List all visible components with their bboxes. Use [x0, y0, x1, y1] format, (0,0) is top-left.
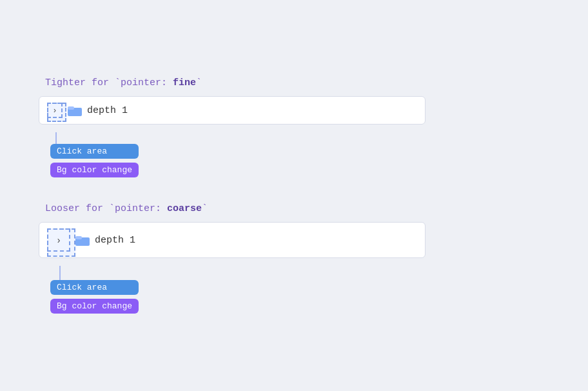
- click-area-badge-loose: Click area: [50, 280, 139, 295]
- svg-rect-3: [75, 236, 82, 239]
- tree-row-loose: › depth 1: [39, 222, 426, 258]
- depth-label-loose: depth 1: [95, 235, 135, 246]
- svg-rect-1: [68, 106, 74, 110]
- section-title-tight: Tighter for `pointer: fine`: [45, 77, 549, 88]
- chevron-icon-loose: ›: [57, 235, 61, 245]
- toggle-button-tight[interactable]: ›: [47, 103, 63, 118]
- depth-label-tight: depth 1: [87, 105, 128, 116]
- section-title-loose: Looser for `pointer: coarse`: [45, 203, 549, 214]
- toggle-wrapper-tight: ›: [47, 103, 63, 118]
- badges-tight: Click area Bg color change: [50, 144, 139, 177]
- connector-line-tight: [55, 132, 57, 144]
- folder-icon-loose: [75, 234, 90, 246]
- toggle-wrapper-loose: ›: [47, 228, 70, 252]
- chevron-icon-tight: ›: [54, 106, 56, 115]
- click-area-badge-tight: Click area: [50, 144, 139, 159]
- bg-change-badge-tight: Bg color change: [50, 163, 139, 177]
- toggle-button-loose[interactable]: ›: [47, 228, 70, 252]
- section-tight: Tighter for `pointer: fine` › depth 1: [39, 77, 549, 177]
- tree-row-tight: › depth 1: [39, 96, 426, 125]
- badges-loose: Click area Bg color change: [50, 280, 139, 314]
- section-loose: Looser for `pointer: coarse` › depth 1: [39, 203, 549, 314]
- main-container: Tighter for `pointer: fine` › depth 1: [0, 58, 588, 333]
- connector-line-loose: [59, 266, 61, 280]
- folder-icon-tight: [68, 105, 82, 116]
- bg-change-badge-loose: Bg color change: [50, 299, 139, 314]
